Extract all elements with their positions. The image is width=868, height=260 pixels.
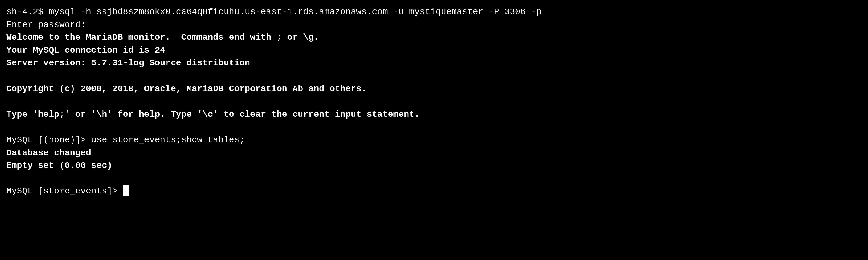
terminal-line-connection-id: Your MySQL connection id is 24: [6, 44, 862, 57]
terminal-line-empty1: [6, 70, 862, 83]
terminal-line-db-changed: Database changed: [6, 147, 862, 160]
terminal-line-help: Type 'help;' or '\h' for help. Type '\c'…: [6, 108, 862, 121]
terminal-line-copyright: Copyright (c) 2000, 2018, Oracle, MariaD…: [6, 83, 862, 96]
terminal-line-welcome: Welcome to the MariaDB monitor. Commands…: [6, 31, 862, 44]
terminal-line-empty2: [6, 95, 862, 108]
terminal-line-use-cmd: MySQL [(none)]> use store_events;show ta…: [6, 134, 862, 147]
terminal-line-prompt: MySQL [store_events]>: [6, 185, 862, 198]
terminal-cursor: [123, 185, 129, 196]
terminal-line-empty3: [6, 121, 862, 134]
terminal-window[interactable]: sh-4.2$ mysql -h ssjbd8szm8okx0.ca64q8fi…: [6, 6, 862, 198]
terminal-line-cmd-line: sh-4.2$ mysql -h ssjbd8szm8okx0.ca64q8fi…: [6, 6, 862, 19]
terminal-line-enter-password: Enter password:: [6, 19, 862, 32]
terminal-line-empty-set: Empty set (0.00 sec): [6, 160, 862, 172]
terminal-line-server-version: Server version: 5.7.31-log Source distri…: [6, 57, 862, 70]
terminal-line-empty4: [6, 172, 862, 185]
